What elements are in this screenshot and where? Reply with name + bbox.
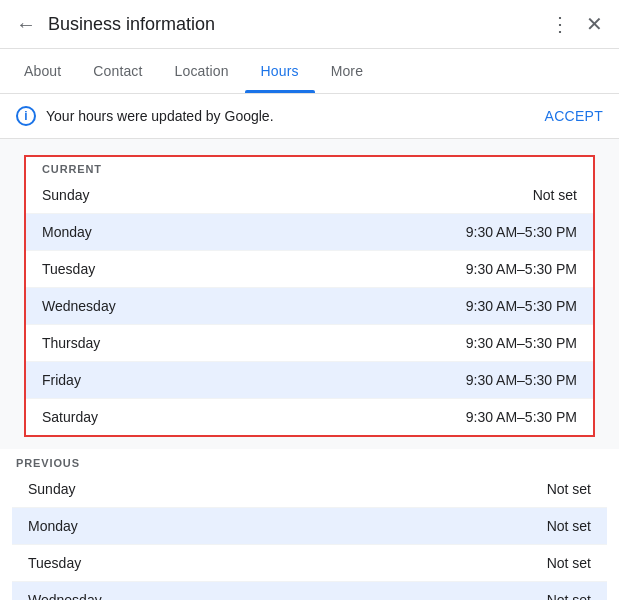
current-hours-box: CURRENT Sunday Not set Monday 9:30 AM–5:… — [24, 155, 595, 437]
previous-label: PREVIOUS — [16, 457, 80, 469]
current-label: CURRENT — [42, 163, 102, 175]
hours-value: Not set — [547, 518, 591, 534]
current-hours-row[interactable]: Wednesday 9:30 AM–5:30 PM — [26, 288, 593, 325]
hours-value: 9:30 AM–5:30 PM — [466, 409, 577, 425]
title-bar: ← Business information ⋮ ✕ — [0, 0, 619, 49]
tab-more[interactable]: More — [315, 49, 379, 93]
previous-hours-row[interactable]: Monday Not set — [12, 508, 607, 545]
nav-tabs: About Contact Location Hours More — [0, 49, 619, 94]
previous-section: PREVIOUS Sunday Not set Monday Not set T… — [0, 449, 619, 600]
hours-value: Not set — [533, 187, 577, 203]
current-hours-row[interactable]: Monday 9:30 AM–5:30 PM — [26, 214, 593, 251]
hours-value: Not set — [547, 592, 591, 600]
notification-bar: i Your hours were updated by Google. Acc… — [0, 94, 619, 139]
previous-hours-rows: Sunday Not set Monday Not set Tuesday No… — [12, 471, 607, 600]
current-hours-rows: Sunday Not set Monday 9:30 AM–5:30 PM Tu… — [26, 177, 593, 435]
tab-about[interactable]: About — [8, 49, 77, 93]
day-name: Saturday — [42, 409, 466, 425]
day-name: Monday — [42, 224, 466, 240]
day-name: Friday — [42, 372, 466, 388]
tab-location[interactable]: Location — [159, 49, 245, 93]
hours-value: 9:30 AM–5:30 PM — [466, 261, 577, 277]
hours-value: 9:30 AM–5:30 PM — [466, 372, 577, 388]
accept-button[interactable]: Accept — [545, 108, 603, 124]
info-icon: i — [16, 106, 36, 126]
tab-contact[interactable]: Contact — [77, 49, 158, 93]
notification-left: i Your hours were updated by Google. — [16, 106, 274, 126]
current-hours-row[interactable]: Thursday 9:30 AM–5:30 PM — [26, 325, 593, 362]
tab-hours[interactable]: Hours — [245, 49, 315, 93]
notification-message: Your hours were updated by Google. — [46, 108, 274, 124]
current-hours-row[interactable]: Tuesday 9:30 AM–5:30 PM — [26, 251, 593, 288]
day-name: Tuesday — [28, 555, 547, 571]
close-icon[interactable]: ✕ — [586, 12, 603, 36]
content-area: i Your hours were updated by Google. Acc… — [0, 94, 619, 600]
day-name: Monday — [28, 518, 547, 534]
hours-value: 9:30 AM–5:30 PM — [466, 224, 577, 240]
title-actions: ⋮ ✕ — [550, 12, 603, 36]
previous-hours-row[interactable]: Wednesday Not set — [12, 582, 607, 600]
previous-hours-row[interactable]: Tuesday Not set — [12, 545, 607, 582]
day-name: Tuesday — [42, 261, 466, 277]
page-title: Business information — [48, 14, 550, 35]
day-name: Wednesday — [42, 298, 466, 314]
hours-value: Not set — [547, 555, 591, 571]
previous-section-header: PREVIOUS — [12, 449, 607, 471]
day-name: Sunday — [28, 481, 547, 497]
back-button[interactable]: ← — [16, 14, 36, 34]
hours-value: 9:30 AM–5:30 PM — [466, 298, 577, 314]
window: ← Business information ⋮ ✕ About Contact… — [0, 0, 619, 600]
previous-hours-row[interactable]: Sunday Not set — [12, 471, 607, 508]
day-name: Wednesday — [28, 592, 547, 600]
day-name: Thursday — [42, 335, 466, 351]
more-options-icon[interactable]: ⋮ — [550, 12, 570, 36]
current-hours-row[interactable]: Saturday 9:30 AM–5:30 PM — [26, 399, 593, 435]
current-section-header: CURRENT — [26, 157, 593, 177]
current-hours-row[interactable]: Friday 9:30 AM–5:30 PM — [26, 362, 593, 399]
hours-value: Not set — [547, 481, 591, 497]
current-hours-row[interactable]: Sunday Not set — [26, 177, 593, 214]
hours-value: 9:30 AM–5:30 PM — [466, 335, 577, 351]
day-name: Sunday — [42, 187, 533, 203]
